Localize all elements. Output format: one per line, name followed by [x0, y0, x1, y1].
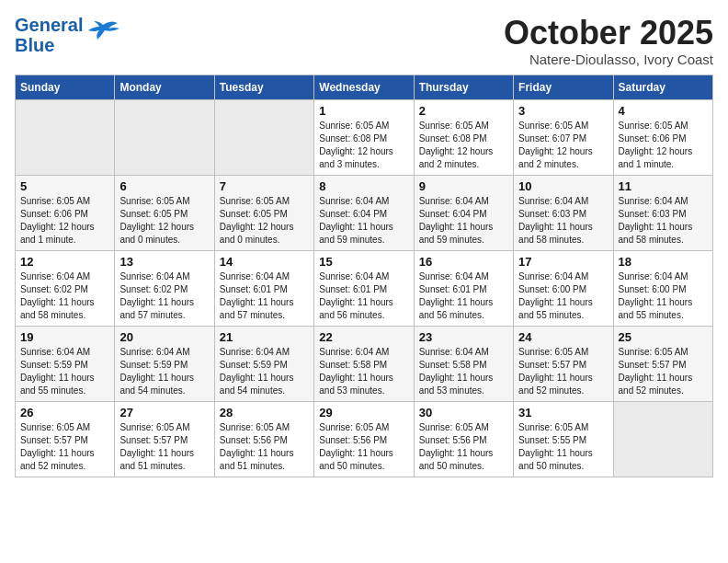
- day-number: 13: [119, 255, 209, 269]
- day-number: 19: [20, 330, 109, 344]
- table-row: 1Sunrise: 6:05 AMSunset: 6:08 PMDaylight…: [314, 99, 414, 175]
- table-row: 29Sunrise: 6:05 AMSunset: 5:56 PMDayligh…: [314, 401, 414, 477]
- day-number: 17: [518, 255, 608, 269]
- table-row: 2Sunrise: 6:05 AMSunset: 6:08 PMDaylight…: [414, 99, 513, 175]
- day-number: 15: [319, 255, 408, 269]
- day-number: 27: [119, 406, 209, 419]
- logo-bird-icon: [85, 17, 119, 45]
- col-monday: Monday: [115, 75, 214, 99]
- day-number: 7: [220, 179, 309, 193]
- day-info: Sunrise: 6:05 AMSunset: 5:56 PMDaylight:…: [220, 421, 309, 473]
- day-number: 22: [319, 330, 408, 344]
- col-wednesday: Wednesday: [314, 75, 414, 99]
- day-info: Sunrise: 6:04 AMSunset: 5:59 PMDaylight:…: [119, 346, 209, 397]
- day-number: 20: [119, 330, 209, 344]
- day-number: 11: [619, 179, 708, 193]
- month-title: October 2025: [504, 15, 713, 52]
- day-number: 8: [319, 179, 408, 193]
- day-info: Sunrise: 6:04 AMSunset: 6:03 PMDaylight:…: [619, 195, 708, 247]
- title-area: October 2025 Natere-Dioulasso, Ivory Coa…: [504, 15, 713, 67]
- day-number: 3: [518, 104, 608, 118]
- day-info: Sunrise: 6:04 AMSunset: 6:03 PMDaylight:…: [518, 195, 608, 247]
- table-row: 26Sunrise: 6:05 AMSunset: 5:57 PMDayligh…: [16, 401, 115, 477]
- table-row: 16Sunrise: 6:04 AMSunset: 6:01 PMDayligh…: [414, 250, 513, 326]
- table-row: 27Sunrise: 6:05 AMSunset: 5:57 PMDayligh…: [115, 401, 214, 477]
- day-number: 23: [419, 330, 508, 344]
- day-number: 6: [119, 179, 209, 193]
- table-row: 17Sunrise: 6:04 AMSunset: 6:00 PMDayligh…: [514, 250, 613, 326]
- day-info: Sunrise: 6:04 AMSunset: 6:01 PMDaylight:…: [419, 270, 508, 322]
- day-info: Sunrise: 6:05 AMSunset: 5:57 PMDaylight:…: [619, 346, 708, 397]
- day-number: 12: [20, 255, 109, 269]
- table-row: 24Sunrise: 6:05 AMSunset: 5:57 PMDayligh…: [514, 326, 613, 401]
- table-row: [16, 99, 115, 175]
- day-number: 26: [20, 406, 109, 419]
- day-number: 31: [518, 406, 608, 419]
- table-row: 19Sunrise: 6:04 AMSunset: 5:59 PMDayligh…: [16, 326, 115, 401]
- calendar-week-row: 26Sunrise: 6:05 AMSunset: 5:57 PMDayligh…: [16, 401, 713, 477]
- calendar-table: Sunday Monday Tuesday Wednesday Thursday…: [15, 75, 713, 477]
- table-row: 23Sunrise: 6:04 AMSunset: 5:58 PMDayligh…: [414, 326, 513, 401]
- day-number: 10: [518, 179, 608, 193]
- table-row: 3Sunrise: 6:05 AMSunset: 6:07 PMDaylight…: [514, 99, 613, 175]
- table-row: 30Sunrise: 6:05 AMSunset: 5:56 PMDayligh…: [414, 401, 513, 477]
- day-number: 21: [220, 330, 309, 344]
- table-row: 22Sunrise: 6:04 AMSunset: 5:58 PMDayligh…: [314, 326, 414, 401]
- table-row: 28Sunrise: 6:05 AMSunset: 5:56 PMDayligh…: [214, 401, 313, 477]
- calendar-week-row: 1Sunrise: 6:05 AMSunset: 6:08 PMDaylight…: [16, 99, 713, 175]
- day-info: Sunrise: 6:05 AMSunset: 5:56 PMDaylight:…: [419, 421, 508, 473]
- location-subtitle: Natere-Dioulasso, Ivory Coast: [504, 52, 713, 67]
- table-row: 11Sunrise: 6:04 AMSunset: 6:03 PMDayligh…: [613, 175, 712, 250]
- table-row: [613, 401, 712, 477]
- table-row: [214, 99, 313, 175]
- table-row: 21Sunrise: 6:04 AMSunset: 5:59 PMDayligh…: [214, 326, 313, 401]
- day-info: Sunrise: 6:05 AMSunset: 6:08 PMDaylight:…: [319, 120, 408, 171]
- page-header: GeneralBlue October 2025 Natere-Dioulass…: [15, 15, 713, 67]
- table-row: 25Sunrise: 6:05 AMSunset: 5:57 PMDayligh…: [613, 326, 712, 401]
- col-sunday: Sunday: [16, 75, 115, 99]
- day-info: Sunrise: 6:04 AMSunset: 6:02 PMDaylight:…: [119, 270, 209, 322]
- table-row: [115, 99, 214, 175]
- day-number: 16: [419, 255, 508, 269]
- day-info: Sunrise: 6:05 AMSunset: 5:57 PMDaylight:…: [119, 421, 209, 473]
- day-info: Sunrise: 6:05 AMSunset: 6:05 PMDaylight:…: [220, 195, 309, 247]
- day-info: Sunrise: 6:05 AMSunset: 5:57 PMDaylight:…: [518, 346, 608, 397]
- day-info: Sunrise: 6:05 AMSunset: 6:07 PMDaylight:…: [518, 120, 608, 171]
- day-info: Sunrise: 6:05 AMSunset: 5:55 PMDaylight:…: [518, 421, 608, 473]
- day-info: Sunrise: 6:05 AMSunset: 6:06 PMDaylight:…: [20, 195, 109, 247]
- day-info: Sunrise: 6:04 AMSunset: 6:00 PMDaylight:…: [619, 270, 708, 322]
- day-number: 24: [518, 330, 608, 344]
- day-number: 4: [619, 104, 708, 118]
- table-row: 12Sunrise: 6:04 AMSunset: 6:02 PMDayligh…: [16, 250, 115, 326]
- calendar-week-row: 12Sunrise: 6:04 AMSunset: 6:02 PMDayligh…: [16, 250, 713, 326]
- day-info: Sunrise: 6:04 AMSunset: 6:01 PMDaylight:…: [319, 270, 408, 322]
- day-number: 28: [220, 406, 309, 419]
- col-tuesday: Tuesday: [214, 75, 313, 99]
- day-info: Sunrise: 6:05 AMSunset: 6:05 PMDaylight:…: [119, 195, 209, 247]
- day-info: Sunrise: 6:04 AMSunset: 6:04 PMDaylight:…: [319, 195, 408, 247]
- table-row: 5Sunrise: 6:05 AMSunset: 6:06 PMDaylight…: [16, 175, 115, 250]
- day-number: 9: [419, 179, 508, 193]
- day-info: Sunrise: 6:04 AMSunset: 6:00 PMDaylight:…: [518, 270, 608, 322]
- table-row: 18Sunrise: 6:04 AMSunset: 6:00 PMDayligh…: [613, 250, 712, 326]
- table-row: 14Sunrise: 6:04 AMSunset: 6:01 PMDayligh…: [214, 250, 313, 326]
- day-number: 2: [419, 104, 508, 118]
- day-number: 14: [220, 255, 309, 269]
- day-number: 1: [319, 104, 408, 118]
- table-row: 10Sunrise: 6:04 AMSunset: 6:03 PMDayligh…: [514, 175, 613, 250]
- day-info: Sunrise: 6:04 AMSunset: 5:59 PMDaylight:…: [220, 346, 309, 397]
- day-info: Sunrise: 6:04 AMSunset: 6:02 PMDaylight:…: [20, 270, 109, 322]
- col-thursday: Thursday: [414, 75, 513, 99]
- table-row: 31Sunrise: 6:05 AMSunset: 5:55 PMDayligh…: [514, 401, 613, 477]
- col-friday: Friday: [514, 75, 613, 99]
- logo: GeneralBlue: [15, 15, 119, 55]
- table-row: 4Sunrise: 6:05 AMSunset: 6:06 PMDaylight…: [613, 99, 712, 175]
- day-info: Sunrise: 6:05 AMSunset: 5:56 PMDaylight:…: [319, 421, 408, 473]
- logo-text: GeneralBlue: [15, 15, 83, 55]
- day-info: Sunrise: 6:04 AMSunset: 6:01 PMDaylight:…: [220, 270, 309, 322]
- day-number: 25: [619, 330, 708, 344]
- day-number: 30: [419, 406, 508, 419]
- day-info: Sunrise: 6:05 AMSunset: 6:06 PMDaylight:…: [619, 120, 708, 171]
- table-row: 7Sunrise: 6:05 AMSunset: 6:05 PMDaylight…: [214, 175, 313, 250]
- calendar-header-row: Sunday Monday Tuesday Wednesday Thursday…: [16, 75, 713, 99]
